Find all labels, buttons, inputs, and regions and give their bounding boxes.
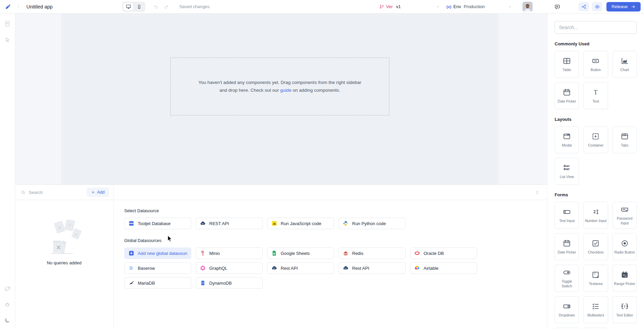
app-menu-icon[interactable] — [16, 4, 21, 9]
component-card-range-picker[interactable]: Range Picker — [613, 265, 637, 292]
undo-button[interactable] — [153, 4, 159, 9]
datasource-graphql[interactable]: GraphQL — [196, 262, 263, 274]
section-layouts: LayoutsModalContainerTabsList View — [555, 117, 637, 185]
datasource-content: Select Datasource Tooljet DatabaseRESTRE… — [113, 200, 547, 289]
component-card-button[interactable]: OKButton — [583, 51, 608, 78]
env-brackets-icon: {x} — [446, 5, 451, 9]
component-card-radio-button[interactable]: Radio Button — [613, 233, 637, 260]
app-canvas[interactable]: You haven't added any components yet. Dr… — [61, 14, 498, 184]
monitor-icon — [126, 4, 131, 9]
datasource-airtable[interactable]: Airtable — [410, 262, 477, 274]
inspector-icon[interactable] — [4, 37, 11, 43]
component-card-text-input[interactable]: Text Input — [555, 202, 579, 229]
datasource-tooljet-database[interactable]: Tooljet Database — [124, 218, 191, 229]
mobile-mode-button[interactable] — [134, 3, 144, 11]
datasource-dynamodb[interactable]: DynamoDB — [196, 277, 263, 289]
query-list-header: Search Add — [15, 185, 113, 200]
datasource-minio[interactable]: Minio — [196, 247, 263, 259]
chevron-down-icon — [435, 4, 440, 9]
add-query-button[interactable]: Add — [87, 188, 109, 197]
section-title: Forms — [555, 192, 637, 197]
component-card-text-editor[interactable]: TText Editor — [613, 296, 637, 323]
empty-state-line1: You haven't added any components yet. Dr… — [198, 79, 361, 87]
oracle-db-icon — [414, 250, 420, 256]
graphql-icon — [200, 265, 206, 271]
component-card-list-view[interactable]: List View — [555, 158, 579, 185]
javascript-icon: JS — [271, 220, 277, 226]
datasource-add-new-global-datasource[interactable]: Add new global datasource — [124, 247, 191, 259]
canvas-empty-state: You haven't added any components yet. Dr… — [170, 58, 389, 115]
datasource-label: Oracle DB — [424, 251, 444, 256]
component-card-chart[interactable]: Chart — [613, 51, 637, 78]
add-datasource-icon — [128, 250, 134, 256]
desktop-mode-button[interactable] — [123, 3, 133, 11]
debugger-icon[interactable] — [4, 301, 11, 308]
component-card-toggle-switch[interactable]: Toggle Switch — [555, 265, 579, 292]
component-label: Text Editor — [615, 313, 634, 318]
datasource-label: Baserow — [138, 266, 155, 271]
save-status: Saved changes — [179, 4, 210, 9]
env-value: Production — [464, 4, 485, 9]
datasource-rest-api[interactable]: RESTRest API — [267, 262, 334, 274]
comments-icon[interactable] — [4, 285, 11, 292]
datasource-label: DynamoDB — [209, 281, 232, 286]
search-icon — [21, 190, 26, 195]
datasource-oracle-db[interactable]: Oracle DB — [410, 247, 477, 259]
datasource-baserow[interactable]: Baserow — [124, 262, 191, 274]
svg-text:**: ** — [623, 208, 625, 212]
date-picker-icon — [562, 88, 571, 97]
component-card-file-picker-icon[interactable] — [583, 328, 608, 329]
user-avatar[interactable] — [522, 2, 533, 12]
modal-icon — [562, 132, 571, 141]
component-label: Textarea — [588, 282, 603, 286]
python-icon — [343, 220, 349, 226]
datasource-pane: Select Datasource Tooljet DatabaseRESTRE… — [113, 185, 547, 329]
datasource-rest-api[interactable]: RESTREST API — [196, 218, 263, 229]
component-grid: Text Input2Number Input**Password InputD… — [555, 202, 637, 329]
component-card-text[interactable]: TText — [583, 82, 608, 109]
version-selector[interactable]: Ver v1 — [379, 4, 440, 9]
guide-link[interactable]: guide — [280, 88, 292, 93]
component-card-multiselect[interactable]: Multiselect — [583, 296, 608, 323]
datasource-redis[interactable]: Redis — [339, 247, 406, 259]
component-card-container[interactable]: Container — [583, 126, 608, 153]
version-value: v1 — [396, 4, 401, 9]
collapse-panel-button[interactable] — [535, 190, 540, 195]
datasource-rest-api[interactable]: RESTRest API — [339, 262, 406, 274]
component-card-textarea[interactable]: TTextarea — [583, 265, 608, 292]
svg-text:T: T — [623, 304, 626, 308]
datasource-google-sheets[interactable]: Google Sheets — [267, 247, 334, 259]
redo-button[interactable] — [164, 4, 169, 9]
comments-toggle-button[interactable] — [554, 4, 560, 10]
component-card-number-input[interactable]: 2Number Input — [583, 202, 608, 229]
rest-api-icon: REST — [200, 220, 206, 226]
datasource-mariadb[interactable]: MariaDB — [124, 277, 191, 289]
device-mode-toggle — [122, 2, 145, 12]
components-search-input[interactable] — [555, 21, 637, 34]
component-card-modal[interactable]: Modal — [555, 126, 579, 153]
component-card-tabs[interactable]: Tabs — [613, 126, 637, 153]
share-icon — [581, 4, 587, 9]
release-button[interactable]: Release — [606, 2, 641, 12]
preview-button[interactable] — [592, 2, 602, 11]
component-card-password-input[interactable]: **Password Input — [613, 202, 637, 229]
share-button[interactable] — [579, 2, 589, 11]
pages-icon[interactable] — [4, 20, 11, 27]
app-title[interactable]: Untitled app — [26, 4, 52, 9]
datasource-run-javascript-code[interactable]: JSRun JavaScript code — [267, 218, 334, 229]
component-card-date-picker[interactable]: Date Picker — [555, 233, 579, 260]
component-card-date-picker[interactable]: Date Picker — [555, 82, 579, 109]
datasource-run-python-code[interactable]: Run Python code — [339, 218, 406, 229]
environment-selector[interactable]: {x} Env Production — [446, 4, 512, 9]
datasource-label: GraphQL — [209, 266, 227, 271]
component-card-checkbox[interactable]: Checkbox — [583, 233, 608, 260]
component-card-table[interactable]: Table — [555, 51, 579, 78]
datasource-label: Rest API — [281, 266, 298, 271]
component-card-dropdown[interactable]: Dropdown — [555, 296, 579, 323]
query-search-input[interactable]: Search — [21, 190, 87, 195]
app-logo[interactable] — [0, 3, 15, 10]
datasource-label: Rest API — [352, 266, 369, 271]
component-card-star-icon[interactable] — [555, 328, 579, 329]
dark-mode-icon[interactable] — [4, 316, 11, 324]
component-label: Multiselect — [586, 313, 605, 318]
